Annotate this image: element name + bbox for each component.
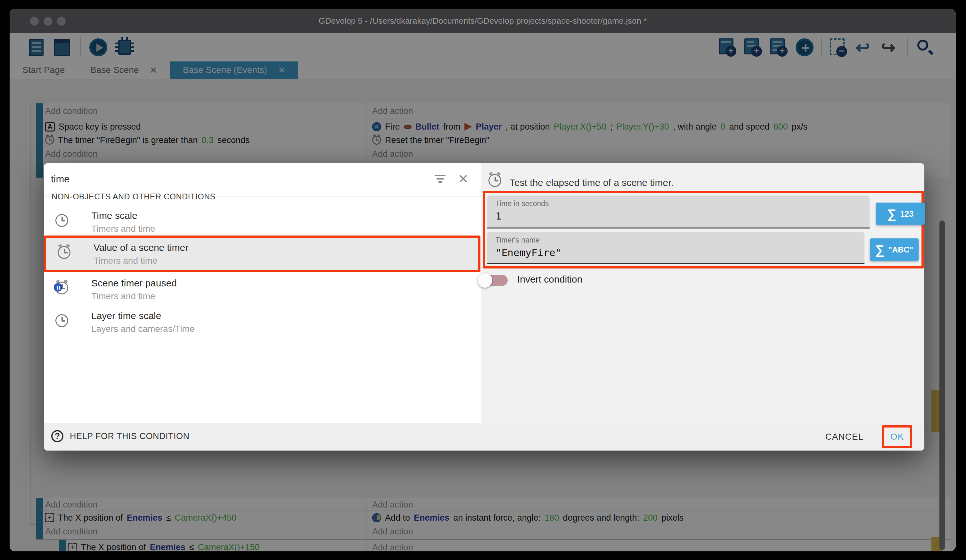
timer-name-field[interactable]: Timer's name "EnemyFire" — [487, 232, 864, 264]
invert-condition-toggle-knob[interactable] — [478, 273, 492, 288]
condition-subtitle: Layers and cameras/Time — [91, 324, 195, 334]
condition-list-item-scene-timer-paused[interactable]: Scene timer pausedTimers and time — [44, 273, 480, 305]
sigma-icon: ∑ — [876, 243, 885, 256]
condition-list-item-time-scale[interactable]: Time scaleTimers and time — [44, 206, 480, 238]
field-value: "EnemyFire" — [496, 247, 561, 258]
dialog-footer: ? HELP FOR THIS CONDITION CANCEL OK — [44, 423, 924, 450]
traffic-light-zoom-icon[interactable] — [57, 17, 66, 26]
clock-icon — [56, 314, 68, 327]
condition-description: Test the elapsed time of a scene timer. — [509, 177, 674, 188]
expression-editor-button-123[interactable]: ∑ 123 — [876, 203, 925, 225]
gdevelop-window: GDevelop 5 - /Users/dkarakay/Documents/G… — [10, 9, 956, 551]
cancel-button[interactable]: CANCEL — [819, 423, 870, 450]
traffic-light-minimize-icon[interactable] — [44, 17, 52, 26]
ok-annotation-box: OK — [882, 425, 912, 448]
help-button[interactable]: ? HELP FOR THIS CONDITION — [51, 430, 190, 442]
choose-condition-dialog: time ✕ NON-OBJECTS AND OTHER CONDITIONS … — [44, 163, 924, 450]
invert-condition-label: Invert condition — [517, 274, 582, 285]
condition-detail-panel: Test the elapsed time of a scene timer. … — [481, 163, 924, 423]
section-header: NON-OBJECTS AND OTHER CONDITIONS — [52, 192, 215, 201]
condition-subtitle: Timers and time — [91, 224, 155, 234]
expression-editor-button-abc[interactable]: ∑ "ABC" — [870, 238, 918, 261]
field-label: Time in seconds — [496, 199, 549, 208]
alarm-pause-icon — [56, 282, 68, 295]
field-value: 1 — [496, 210, 501, 222]
sigma-icon: ∑ — [887, 207, 897, 220]
fields-annotation-box: Time in seconds 1 ∑ 123 Timer's name "En… — [483, 191, 924, 269]
traffic-light-close-icon[interactable] — [30, 17, 39, 26]
condition-title: Time scale — [91, 210, 137, 221]
alarm-clock-icon — [488, 174, 501, 187]
close-icon[interactable]: ✕ — [458, 172, 468, 186]
clock-icon — [56, 214, 68, 227]
selected-condition-annotation: Value of a scene timerTimers and time — [44, 236, 480, 272]
condition-title: Scene timer paused — [91, 278, 177, 289]
condition-subtitle: Timers and time — [91, 291, 155, 301]
alarm-clock-icon — [58, 246, 71, 259]
field-label: Timer's name — [496, 236, 540, 244]
ok-button[interactable]: OK — [890, 432, 904, 442]
condition-subtitle: Timers and time — [94, 256, 158, 266]
help-icon: ? — [51, 430, 63, 442]
filter-icon[interactable] — [435, 175, 445, 184]
condition-list-item-value-of-a-scene-timer[interactable]: Value of a scene timerTimers and time — [46, 238, 477, 270]
condition-title: Value of a scene timer — [94, 242, 188, 253]
time-in-seconds-field[interactable]: Time in seconds 1 — [487, 195, 870, 228]
search-header: time ✕ — [44, 163, 481, 196]
search-input[interactable]: time — [51, 174, 70, 185]
titlebar: GDevelop 5 - /Users/dkarakay/Documents/G… — [10, 9, 956, 33]
condition-list-panel: time ✕ NON-OBJECTS AND OTHER CONDITIONS … — [44, 163, 481, 423]
condition-title: Layer time scale — [91, 310, 161, 321]
condition-list-item-layer-time-scale[interactable]: Layer time scaleLayers and cameras/Time — [44, 306, 480, 338]
pause-badge-icon — [54, 283, 62, 291]
window-title: GDevelop 5 - /Users/dkarakay/Documents/G… — [319, 16, 647, 26]
